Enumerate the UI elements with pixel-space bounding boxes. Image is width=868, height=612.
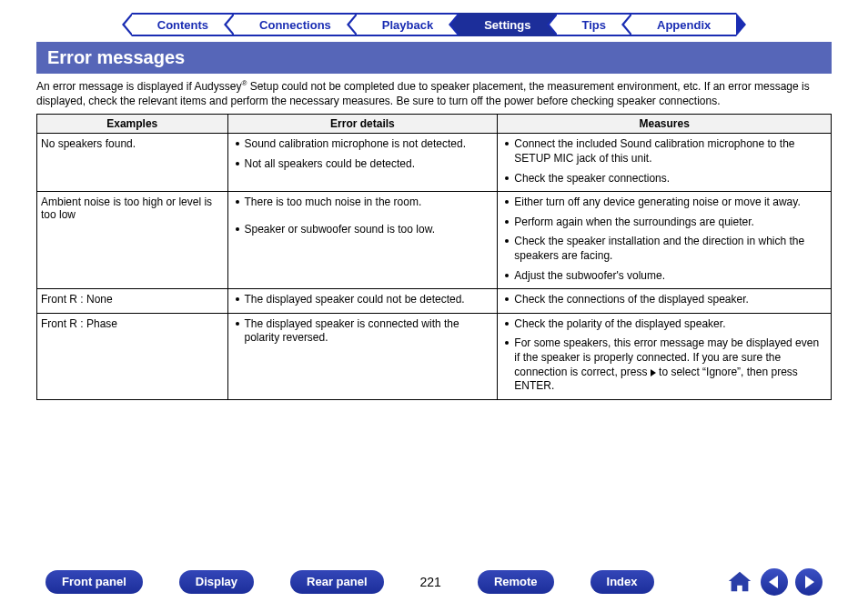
list-item: Check the speaker connections. [503,172,825,186]
tab-connections[interactable]: Connections [234,13,357,36]
tab-label: Playback [382,18,433,32]
list-item: Perform again when the surroundings are … [503,216,825,230]
cell-measures: Check the polarity of the displayed spea… [498,313,832,399]
cell-details: The displayed speaker is connected with … [227,313,498,399]
display-button[interactable]: Display [179,570,254,594]
tab-label: Tips [582,18,607,32]
tab-settings[interactable]: Settings [459,13,556,36]
list-item: For some speakers, this error message ma… [503,336,825,393]
list-item: There is too much noise in the room. [234,196,492,210]
tab-label: Connections [259,18,331,32]
list-item: Check the polarity of the displayed spea… [503,317,825,332]
front-panel-button[interactable]: Front panel [45,570,143,594]
tab-label: Contents [157,18,208,32]
rear-panel-button[interactable]: Rear panel [290,570,383,594]
arrow-left-icon [769,576,778,588]
th-details: Error details [227,115,498,134]
table-row: Front R : None The displayed speaker cou… [37,289,832,314]
error-table: Examples Error details Measures No speak… [36,114,832,399]
tab-bar: Contents Connections Playback Settings T… [0,0,868,42]
tab-appendix[interactable]: Appendix [631,13,736,36]
list-item: Check the connections of the displayed s… [503,293,825,307]
tab-contents[interactable]: Contents [132,13,234,36]
arrow-right-icon [805,576,814,588]
tab-tips[interactable]: Tips [557,13,632,36]
table-row: No speakers found. Sound calibration mic… [37,134,832,192]
list-item: Connect the included Sound calibration m… [503,137,825,166]
page-number: 221 [420,575,441,589]
list-item: Sound calibration microphone is not dete… [234,137,492,152]
list-item: Not all speakers could be detected. [234,157,492,172]
tab-playback[interactable]: Playback [357,13,459,36]
list-item: The displayed speaker is connected with … [234,317,492,346]
th-measures: Measures [498,115,832,134]
nav-next-button[interactable] [795,568,823,596]
footer-bar: Front panel Display Rear panel 221 Remot… [0,568,868,596]
tab-label: Settings [484,18,530,32]
list-item: The displayed speaker could not be detec… [234,293,492,307]
intro-text: An error message is displayed if Audysse… [36,79,832,108]
page-title: Error messages [36,42,832,74]
cell-details: The displayed speaker could not be detec… [227,289,498,314]
cell-measures: Check the connections of the displayed s… [498,289,832,314]
table-row: Ambient noise is too high or level is to… [37,192,832,289]
list-item: Adjust the subwoofer's volume. [503,269,825,284]
cell-example: Front R : Phase [37,313,228,399]
index-button[interactable]: Index [590,570,654,594]
cell-example: Front R : None [37,289,228,314]
table-row: Front R : Phase The displayed speaker is… [37,313,832,399]
cell-details: Sound calibration microphone is not dete… [227,134,498,192]
right-triangle-icon [651,369,656,376]
home-icon[interactable] [726,568,753,596]
tab-label: Appendix [657,18,711,32]
cell-details: There is too much noise in the room. Spe… [227,192,498,289]
cell-measures: Either turn off any device generating no… [498,192,832,289]
remote-button[interactable]: Remote [478,570,554,594]
list-item: Check the speaker installation and the d… [503,235,825,263]
nav-prev-button[interactable] [761,568,788,596]
list-item: Speaker or subwoofer sound is too low. [234,223,492,237]
cell-example: No speakers found. [37,134,228,192]
list-item: Either turn off any device generating no… [503,196,825,210]
th-examples: Examples [37,115,228,134]
cell-measures: Connect the included Sound calibration m… [498,134,832,192]
cell-example: Ambient noise is too high or level is to… [37,192,228,289]
